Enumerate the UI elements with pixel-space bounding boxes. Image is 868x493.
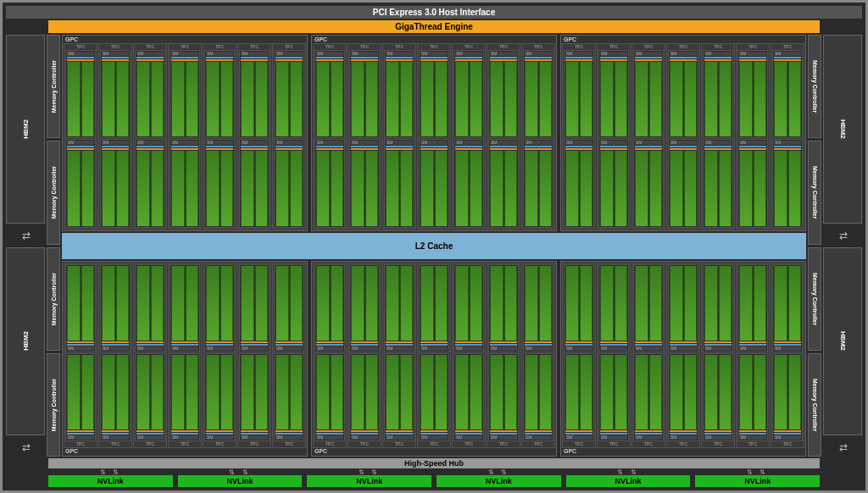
- cuda-core-array: [504, 151, 518, 225]
- sm-label: SM: [525, 435, 552, 440]
- hbm-col-left: HBM2 ⇄ HBM2 ⇄: [6, 35, 45, 457]
- memory-controller: Memory Controller: [47, 247, 60, 351]
- cuda-core-array: [600, 355, 614, 429]
- sm-cores: [102, 62, 129, 136]
- tpc-label: TPC: [453, 45, 484, 49]
- tpc-block: SMSMTPC: [487, 263, 520, 449]
- cuda-core-array: [255, 151, 269, 225]
- sm-label: SM: [67, 435, 94, 440]
- sm-label: SM: [455, 52, 482, 56]
- sm-instruction-bar: [386, 430, 413, 432]
- cuda-core-array: [241, 355, 254, 429]
- tpc-label: TPC: [523, 442, 554, 446]
- sm-instruction-bar: [206, 341, 233, 343]
- sm-cores: [420, 355, 448, 429]
- nvlink-label: NVLink: [307, 475, 431, 487]
- sm-label: SM: [102, 141, 129, 145]
- sm-instruction-bar: [171, 59, 198, 61]
- tpc-label: TPC: [737, 45, 768, 49]
- cuda-core-array: [206, 151, 220, 225]
- sm-cores: [171, 266, 198, 341]
- sm-block: SM: [349, 264, 380, 352]
- sm-instruction-bar: [206, 148, 233, 150]
- tpc-block: TPCSMSM: [382, 43, 416, 230]
- sm-cores: [565, 355, 593, 429]
- nvlink-label: NVLink: [48, 475, 173, 487]
- sm-instruction-bar: [67, 148, 94, 150]
- tpc-block: TPCSMSM: [597, 43, 631, 230]
- tpc-label: TPC: [100, 45, 131, 49]
- cuda-core-array: [504, 355, 518, 429]
- sm-block: SM: [349, 50, 380, 138]
- sm-block: SM: [170, 139, 200, 227]
- sm-label: SM: [386, 141, 413, 145]
- sm-cores: [774, 355, 801, 429]
- cuda-core-array: [615, 62, 628, 136]
- nvlink-block: ⇅ ⇅NVLink: [437, 470, 561, 487]
- cuda-core-array: [684, 151, 698, 225]
- tpc-label: TPC: [598, 45, 629, 49]
- sm-label: SM: [275, 52, 303, 56]
- sm-block: SM: [703, 264, 733, 352]
- sm-block: SM: [170, 50, 200, 138]
- sm-label: SM: [490, 141, 517, 145]
- sm-cores: [171, 151, 198, 225]
- high-speed-hub: High-Speed Hub: [48, 458, 820, 468]
- cuda-core-array: [788, 62, 802, 136]
- sm-block: SM: [314, 50, 345, 138]
- sm-instruction-bar: [420, 341, 448, 343]
- sm-cores: [241, 62, 268, 136]
- sm-cores: [171, 62, 198, 136]
- sm-block: SM: [419, 353, 449, 441]
- gpu-chip-diagram: PCI Express 3.0 Host Interface GigaThrea…: [0, 0, 868, 493]
- cuda-core-array: [635, 151, 648, 225]
- cuda-core-array: [539, 355, 553, 429]
- hbm-block: HBM2: [823, 247, 862, 436]
- sm-block: SM: [564, 353, 594, 441]
- tpc-block: TPCSMSM: [562, 43, 596, 230]
- sm-cores: [739, 266, 766, 341]
- tpc-block: SMSMTPC: [237, 263, 271, 449]
- gpc-label: GPC: [313, 36, 555, 43]
- sm-block: SM: [314, 139, 345, 227]
- sm-instruction-bar: [600, 148, 627, 150]
- sm-label: SM: [102, 346, 129, 351]
- sm-block: SM: [274, 139, 304, 227]
- cuda-core-array: [788, 266, 802, 341]
- sm-block: SM: [204, 264, 235, 352]
- tpc-label: TPC: [668, 442, 698, 446]
- sm-label: SM: [241, 141, 268, 145]
- cuda-core-array: [206, 62, 220, 136]
- sm-instruction-bar: [275, 59, 303, 61]
- sm-cores: [386, 151, 413, 225]
- sm-cores: [351, 151, 378, 225]
- sm-block: SM: [349, 139, 380, 227]
- cuda-core-array: [186, 151, 199, 225]
- sm-label: SM: [600, 52, 627, 56]
- sm-cores: [525, 62, 552, 136]
- sm-cores: [704, 62, 732, 136]
- tpc-label: TPC: [668, 45, 698, 49]
- tpc-block: SMSMTPC: [736, 263, 770, 449]
- sm-cores: [739, 62, 766, 136]
- cuda-core-array: [386, 355, 399, 429]
- sm-instruction-bar: [136, 59, 164, 61]
- memory-controller: Memory Controller: [47, 353, 60, 457]
- sm-label: SM: [136, 141, 164, 145]
- sm-cores: [600, 151, 627, 225]
- bus-arrows-icon: ⇄: [6, 226, 45, 245]
- sm-cores: [241, 355, 268, 429]
- sm-cores: [490, 151, 517, 225]
- sm-label: SM: [136, 346, 164, 351]
- sm-block: SM: [65, 139, 96, 227]
- sm-instruction-bar: [241, 341, 268, 343]
- cuda-core-array: [331, 355, 344, 429]
- sm-cores: [206, 151, 233, 225]
- sm-register-bar: [67, 57, 94, 58]
- tpc-label: TPC: [488, 442, 519, 446]
- cuda-core-array: [151, 62, 164, 136]
- tpc-block: SMSMTPC: [64, 263, 97, 449]
- tpc-block: TPCSMSM: [632, 43, 665, 230]
- sm-cores: [316, 355, 343, 429]
- tpc-block: SMSMTPC: [597, 263, 631, 449]
